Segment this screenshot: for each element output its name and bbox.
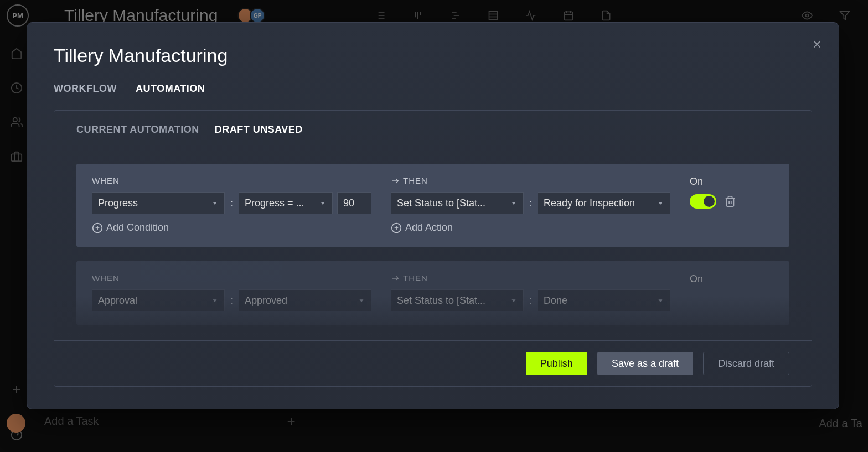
modal-title: Tillery Manufacturing <box>54 45 812 66</box>
svg-marker-47 <box>659 299 663 302</box>
chevron-down-icon <box>358 297 365 304</box>
svg-point-22 <box>13 118 17 122</box>
subtab-draft[interactable]: DRAFT UNSAVED <box>215 124 303 136</box>
separator: : <box>229 198 234 209</box>
svg-marker-36 <box>512 202 516 205</box>
view-icons <box>375 10 612 21</box>
then-label: THEN <box>391 273 679 283</box>
add-action-button[interactable]: Add Action <box>391 222 679 233</box>
when-column: WHEN Progress : Progress = ... 90 <box>92 176 380 233</box>
svg-rect-23 <box>12 154 22 161</box>
trash-icon <box>724 195 736 207</box>
user-avatar[interactable] <box>7 414 25 433</box>
close-button[interactable] <box>811 38 823 50</box>
delete-rule-button[interactable] <box>724 195 736 207</box>
rule-toggle-column: On <box>690 273 762 311</box>
when-trigger-select[interactable]: Approval <box>92 289 225 311</box>
tab-automation[interactable]: AUTOMATION <box>136 83 205 95</box>
subtab-current[interactable]: CURRENT AUTOMATION <box>76 124 199 136</box>
svg-rect-12 <box>489 12 498 20</box>
then-column: THEN Set Status to [Stat... : Ready for … <box>391 176 679 233</box>
gantt-icon[interactable] <box>450 10 461 21</box>
arrow-right-icon <box>391 274 400 283</box>
when-label: WHEN <box>92 176 380 185</box>
chevron-down-icon <box>657 297 664 304</box>
then-value-select[interactable]: Done <box>538 289 670 311</box>
plus-circle-icon <box>92 222 103 233</box>
top-icons-right <box>802 10 850 21</box>
separator: : <box>528 295 533 306</box>
chevron-down-icon <box>211 297 219 304</box>
calendar-icon[interactable] <box>563 10 574 21</box>
svg-marker-43 <box>213 299 217 302</box>
publish-button[interactable]: Publish <box>526 352 587 375</box>
svg-rect-15 <box>565 12 573 20</box>
svg-marker-44 <box>360 299 364 302</box>
chevron-down-icon <box>510 297 518 304</box>
separator: : <box>229 295 234 306</box>
automation-modal: Tillery Manufacturing WORKFLOW AUTOMATIO… <box>27 22 839 409</box>
when-column: WHEN Approval : Approved <box>92 273 380 311</box>
toggle-label: On <box>690 176 703 188</box>
plus-circle-icon <box>391 222 402 233</box>
app-logo[interactable]: PM <box>7 4 29 27</box>
automation-panel: CURRENT AUTOMATION DRAFT UNSAVED WHEN Pr… <box>54 110 812 387</box>
then-label: THEN <box>391 176 679 185</box>
add-task-bg: Add a Task + <box>44 413 296 430</box>
when-operator-select[interactable]: Progress = ... <box>239 192 333 214</box>
then-value-select[interactable]: Ready for Inspection <box>538 192 670 214</box>
users-icon[interactable] <box>11 116 23 128</box>
svg-marker-31 <box>321 202 325 205</box>
then-action-select[interactable]: Set Status to [Stat... <box>391 289 524 311</box>
save-draft-button[interactable]: Save as a draft <box>597 352 693 375</box>
add-icon[interactable] <box>11 383 23 396</box>
svg-marker-20 <box>840 12 850 20</box>
rule-card: WHEN Progress : Progress = ... 90 <box>76 164 789 247</box>
panel-subtabs: CURRENT AUTOMATION DRAFT UNSAVED <box>54 111 812 149</box>
avatar-stack[interactable]: GP <box>237 8 262 23</box>
add-condition-button[interactable]: Add Condition <box>92 222 380 233</box>
avatar[interactable]: GP <box>250 8 265 23</box>
close-icon <box>811 38 823 50</box>
svg-point-19 <box>806 14 809 17</box>
modal-tabs: WORKFLOW AUTOMATION <box>54 83 812 95</box>
when-trigger-select[interactable]: Progress <box>92 192 225 214</box>
add-task-bg-right: Add a Ta <box>819 417 862 430</box>
home-icon[interactable] <box>11 48 23 60</box>
when-value-input[interactable]: 90 <box>337 192 371 214</box>
svg-marker-46 <box>512 299 516 302</box>
tab-workflow[interactable]: WORKFLOW <box>54 83 117 95</box>
chevron-down-icon <box>657 199 664 207</box>
rule-card: WHEN Approval : Approved <box>76 261 789 325</box>
when-label: WHEN <box>92 273 380 283</box>
then-column: THEN Set Status to [Stat... : Done <box>391 273 679 311</box>
sheet-icon[interactable] <box>488 10 499 21</box>
separator: : <box>528 198 533 209</box>
when-operator-select[interactable]: Approved <box>239 289 371 311</box>
activity-icon[interactable] <box>525 10 536 21</box>
svg-marker-30 <box>213 202 217 205</box>
rule-toggle[interactable] <box>690 194 716 209</box>
chevron-down-icon <box>510 199 518 207</box>
board-icon[interactable] <box>412 10 423 21</box>
toggle-label: On <box>690 273 703 285</box>
chevron-down-icon <box>319 199 327 207</box>
filter-icon[interactable] <box>839 10 850 21</box>
briefcase-icon[interactable] <box>11 150 23 163</box>
discard-draft-button[interactable]: Discard draft <box>703 352 789 375</box>
chevron-down-icon <box>211 199 219 207</box>
rules-list: WHEN Progress : Progress = ... 90 <box>54 149 812 340</box>
list-icon[interactable] <box>375 10 386 21</box>
panel-footer: Publish Save as a draft Discard draft <box>54 340 812 386</box>
eye-icon[interactable] <box>802 10 813 21</box>
then-action-select[interactable]: Set Status to [Stat... <box>391 192 524 214</box>
file-icon[interactable] <box>601 10 612 21</box>
rule-toggle-column: On <box>690 176 762 233</box>
clock-icon[interactable] <box>11 82 23 94</box>
arrow-right-icon <box>391 176 400 185</box>
svg-marker-37 <box>659 202 663 205</box>
